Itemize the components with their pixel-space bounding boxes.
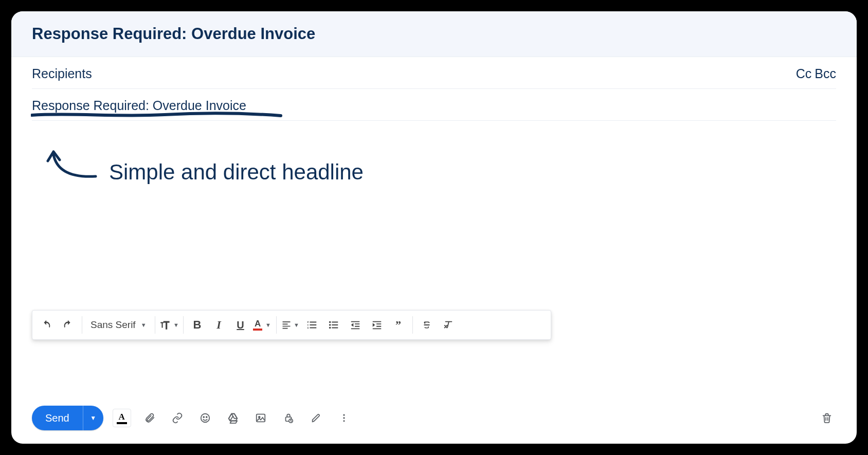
header-fields: Recipients Cc Bcc Response Required: Ove…: [11, 57, 857, 121]
subject-row[interactable]: Response Required: Overdue Invoice: [32, 89, 836, 121]
svg-point-1: [329, 324, 331, 326]
subject-value: Response Required: Overdue Invoice: [32, 98, 246, 113]
more-options-button[interactable]: [335, 409, 353, 427]
svg-point-5: [206, 416, 207, 417]
chevron-down-icon: ▼: [294, 322, 299, 328]
curved-arrow-icon: [42, 147, 99, 188]
align-button[interactable]: ▼: [280, 314, 301, 336]
bold-button[interactable]: B: [187, 314, 208, 336]
svg-point-11: [343, 417, 345, 418]
compose-window: Response Required: Overdue Invoice Recip…: [11, 11, 857, 444]
italic-button[interactable]: I: [208, 314, 230, 336]
compose-header: Response Required: Overdue Invoice: [11, 11, 857, 57]
chevron-down-icon: ▼: [141, 322, 147, 328]
undo-button[interactable]: [35, 314, 57, 336]
redo-button[interactable]: [57, 314, 79, 336]
compose-title: Response Required: Overdue Invoice: [32, 25, 315, 43]
discard-draft-button[interactable]: [818, 409, 836, 427]
chevron-down-icon: ▼: [265, 322, 271, 328]
bullet-list-button[interactable]: [323, 314, 345, 336]
bottom-left-group: Send ▼ A: [32, 406, 353, 430]
indent-less-button[interactable]: [345, 314, 366, 336]
bottom-toolbar: Send ▼ A: [11, 396, 857, 444]
svg-point-12: [343, 420, 345, 422]
recipients-row[interactable]: Recipients Cc Bcc: [32, 57, 836, 89]
indent-more-button[interactable]: [366, 314, 388, 336]
clear-formatting-button[interactable]: [438, 314, 459, 336]
insert-image-button[interactable]: [251, 409, 270, 427]
letter-a-icon: A: [119, 412, 125, 421]
svg-point-3: [201, 414, 209, 423]
quote-button[interactable]: ”: [388, 314, 409, 336]
font-family-select[interactable]: Sans Serif ▼: [85, 314, 152, 336]
underline-button[interactable]: U: [230, 314, 251, 336]
compose-body[interactable]: Simple and direct headline Sans Serif ▼ …: [11, 121, 857, 396]
send-button-group: Send ▼: [32, 406, 103, 430]
attach-button[interactable]: [140, 409, 159, 427]
insert-emoji-button[interactable]: [196, 409, 214, 427]
insert-drive-button[interactable]: [224, 409, 242, 427]
svg-point-0: [329, 321, 331, 323]
svg-point-4: [203, 416, 204, 417]
cc-button[interactable]: Cc: [796, 66, 812, 81]
send-button[interactable]: Send: [32, 406, 83, 430]
formatting-options-button[interactable]: A: [113, 409, 131, 427]
annotation: Simple and direct headline: [42, 157, 836, 188]
annotation-text: Simple and direct headline: [109, 160, 364, 185]
formatting-toolbar: Sans Serif ▼ ▼ B I U A ▼ ▼: [32, 310, 551, 340]
svg-point-7: [259, 416, 260, 418]
bcc-button[interactable]: Bcc: [815, 66, 836, 81]
send-options-button[interactable]: ▼: [83, 406, 103, 430]
strikethrough-button[interactable]: [416, 314, 438, 336]
insert-signature-button[interactable]: [307, 409, 326, 427]
insert-link-button[interactable]: [168, 409, 187, 427]
chevron-down-icon: ▼: [173, 322, 179, 328]
cc-bcc-group: Cc Bcc: [796, 66, 836, 81]
svg-point-10: [343, 414, 345, 416]
numbered-list-button[interactable]: [301, 314, 323, 336]
chevron-down-icon: ▼: [90, 414, 96, 422]
color-bar-icon: [117, 422, 127, 424]
svg-point-2: [329, 327, 331, 329]
text-color-button[interactable]: A ▼: [251, 314, 273, 336]
recipients-label: Recipients: [32, 66, 92, 81]
text-size-button[interactable]: ▼: [158, 314, 180, 336]
font-family-label: Sans Serif: [91, 319, 136, 331]
confidential-mode-button[interactable]: [279, 409, 298, 427]
